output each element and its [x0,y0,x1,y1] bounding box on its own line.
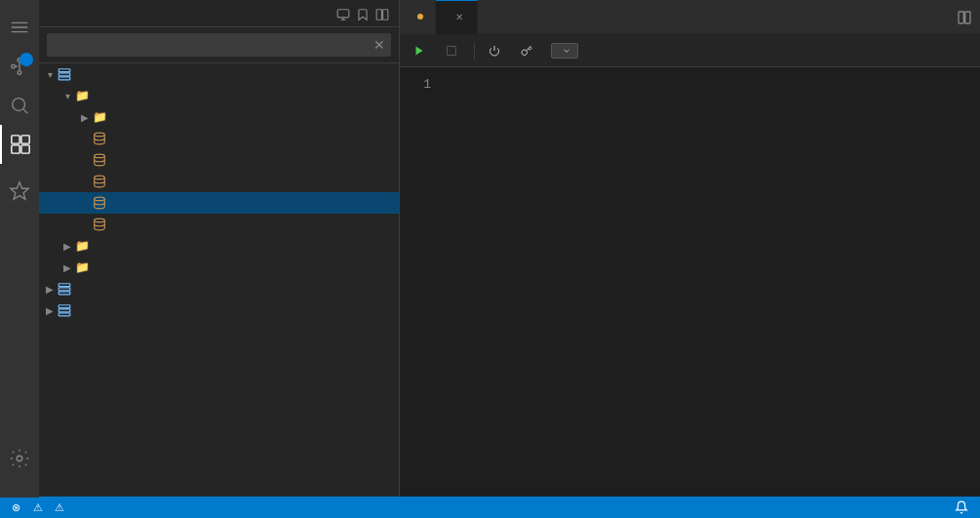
svg-rect-19 [59,73,70,76]
svg-rect-9 [12,145,20,153]
svg-point-21 [95,133,105,137]
status-notifications[interactable] [951,500,972,514]
database-icon [92,217,107,232]
status-warning-count[interactable]: ⚠ ⚠ [29,501,71,514]
svg-rect-26 [59,284,70,287]
line-numbers: 1 [400,67,439,518]
activity-bar-search[interactable] [0,86,39,125]
search-clear-icon[interactable]: ✕ [373,37,385,53]
chevron-right-icon: ▶ [43,305,57,316]
chevron-down-icon: ▾ [43,69,57,80]
search-box-container: ✕ [39,27,399,63]
database-icon [92,131,107,146]
svg-rect-10 [21,145,29,153]
svg-rect-18 [59,69,70,72]
svg-marker-11 [11,182,28,199]
svg-rect-33 [965,12,970,23]
svg-point-5 [13,99,25,111]
code-editor[interactable] [439,71,980,87]
svg-point-24 [95,197,105,201]
svg-rect-32 [959,12,963,23]
activity-bar [0,0,39,498]
bookmark-icon[interactable] [356,5,370,20]
tab-close-icon[interactable]: ✕ [453,11,465,23]
search-input[interactable] [47,33,391,57]
server-icon [57,66,72,82]
tree-second-server[interactable]: ▶ [39,278,399,299]
chevron-right-icon: ▶ [60,241,74,252]
database-icon [92,152,107,168]
tree-adventureworks[interactable] [39,128,399,149]
editor-content: 1 [400,67,980,518]
svg-rect-13 [337,9,349,17]
warning-icon: ⚠ [33,501,43,514]
svg-rect-35 [448,46,456,55]
status-bar-left: ⊗ ⚠ ⚠ [8,501,71,514]
chevron-down-icon: ▾ [60,91,74,101]
database-icon [92,174,107,189]
svg-rect-30 [59,309,70,312]
chevron-right-icon: ▶ [43,284,57,295]
tree-wideworldimporters[interactable] [39,214,399,235]
tree-efsampledb[interactable] [39,171,399,192]
toolbar-separator [474,42,475,60]
split-icon[interactable] [375,5,389,20]
source-control-badge [20,53,33,66]
svg-rect-29 [59,305,70,308]
svg-line-6 [23,109,27,113]
run-button[interactable] [408,43,434,59]
activity-bar-explorer[interactable] [0,8,39,47]
database-dropdown[interactable] [551,43,578,59]
tree-system-databases[interactable]: ▶ 📁 [39,106,399,128]
tree-databases-folder[interactable]: ▾ 📁 [39,85,399,106]
tree-tutorialdb[interactable] [39,192,399,214]
folder-icon: 📁 [92,109,107,125]
activity-bar-source-control[interactable] [0,47,39,86]
monitor-icon[interactable] [336,5,350,20]
tree-databasename[interactable] [39,149,399,171]
activity-bar-extensions[interactable] [0,125,39,164]
folder-icon: 📁 [74,259,90,275]
tree-third-server[interactable]: ▶ [39,299,399,321]
svg-rect-27 [59,288,70,291]
editor-area: ✕ [400,0,980,518]
toolbar [400,34,980,67]
status-error-count[interactable]: ⊗ [8,501,27,514]
svg-rect-16 [376,9,381,20]
cancel-button[interactable] [440,43,466,59]
svg-point-22 [95,154,105,158]
svg-rect-20 [59,77,70,80]
server-icon [57,302,72,318]
change-connection-button[interactable] [515,43,541,59]
status-bar: ⊗ ⚠ ⚠ [0,497,980,518]
database-icon [92,195,107,211]
tree-server-root[interactable]: ▾ [39,63,399,85]
chevron-right-icon: ▶ [78,112,92,123]
warning-icon2: ⚠ [55,501,64,514]
tab-layout-button[interactable] [949,8,980,25]
tree-security[interactable]: ▶ 📁 [39,235,399,257]
folder-icon: 📁 [74,88,90,103]
svg-rect-8 [21,136,29,143]
svg-point-23 [95,176,105,179]
svg-rect-7 [12,136,20,143]
settings-button[interactable] [0,439,39,478]
tab-modified-dot [417,14,423,20]
disconnect-button[interactable] [483,43,509,59]
svg-rect-28 [59,292,70,295]
activity-bar-git[interactable] [0,172,39,211]
svg-point-12 [17,456,22,461]
tab-sqlquery3[interactable]: ✕ [436,0,478,34]
tab-bar: ✕ [400,0,980,34]
folder-icon: 📁 [74,238,90,254]
svg-point-2 [12,64,16,68]
tree-server-objects[interactable]: ▶ 📁 [39,257,399,278]
sidebar-header-icons [336,5,389,20]
svg-rect-31 [59,313,70,316]
status-bar-right [882,500,972,514]
line-number-1: 1 [400,75,431,95]
tab-sqlquery2[interactable] [400,0,436,34]
server-icon [57,281,72,297]
sidebar: ✕ ▾ ▾ 📁 ▶ 📁 [39,0,400,518]
tree-container: ▾ ▾ 📁 ▶ 📁 [39,63,399,518]
